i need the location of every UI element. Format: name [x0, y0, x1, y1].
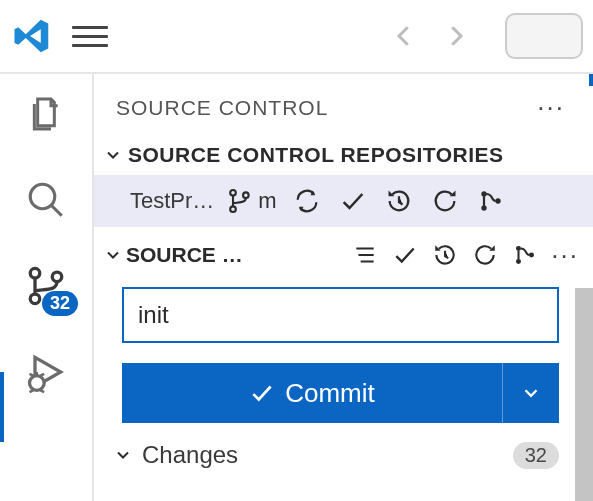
vscode-logo-icon: [10, 14, 54, 58]
refresh-icon[interactable]: [425, 181, 465, 221]
graph-icon[interactable]: [471, 181, 511, 221]
nav-forward-button[interactable]: [439, 19, 473, 53]
svg-point-8: [481, 191, 486, 196]
source-control-panel: SOURCE CONTROL ··· SOURCE CONTROL REPOSI…: [94, 74, 593, 501]
svg-point-0: [30, 184, 55, 209]
svg-point-11: [516, 246, 521, 251]
branch-icon[interactable]: [220, 181, 260, 221]
explorer-activity[interactable]: [22, 90, 70, 138]
active-indicator: [0, 372, 4, 442]
commit-area: Commit: [94, 283, 593, 423]
sc-section-title: SOURCE …: [126, 243, 243, 267]
tree-view-icon[interactable]: [345, 235, 385, 275]
chevron-down-icon: [102, 144, 124, 166]
svg-point-6: [231, 206, 237, 212]
search-activity[interactable]: [22, 176, 70, 224]
scm-badge: 32: [42, 291, 78, 316]
sc-more-icon[interactable]: ···: [545, 240, 585, 271]
svg-point-5: [231, 190, 237, 196]
check-icon[interactable]: [385, 235, 425, 275]
svg-point-7: [243, 192, 249, 198]
refresh-icon[interactable]: [465, 235, 505, 275]
changes-section-header[interactable]: Changes 32: [94, 423, 593, 469]
repos-section-header[interactable]: SOURCE CONTROL REPOSITORIES: [94, 135, 593, 175]
commit-dropdown-button[interactable]: [503, 363, 559, 423]
panel-title: SOURCE CONTROL: [116, 96, 531, 120]
chevron-down-icon: [102, 244, 124, 266]
command-center-search[interactable]: [505, 13, 583, 59]
history-icon[interactable]: [379, 181, 419, 221]
svg-point-2: [30, 294, 40, 304]
panel-more-icon[interactable]: ···: [531, 92, 571, 123]
run-debug-activity[interactable]: [22, 348, 70, 396]
sync-icon[interactable]: [287, 181, 327, 221]
source-control-activity[interactable]: 32: [22, 262, 70, 310]
panel-scrollbar[interactable]: [575, 288, 593, 501]
svg-point-12: [516, 259, 521, 264]
chevron-down-icon: [112, 444, 134, 466]
sc-section-header[interactable]: SOURCE … ···: [94, 227, 593, 283]
panel-header: SOURCE CONTROL ···: [94, 74, 593, 135]
nav-back-button[interactable]: [387, 19, 421, 53]
branch-label: m: [258, 188, 276, 214]
activity-bar: 32: [0, 74, 94, 501]
graph-icon[interactable]: [505, 235, 545, 275]
svg-point-13: [529, 253, 534, 258]
repos-section-title: SOURCE CONTROL REPOSITORIES: [128, 143, 504, 167]
svg-point-9: [481, 205, 486, 210]
commit-button-label: Commit: [285, 378, 375, 409]
changes-label: Changes: [142, 441, 505, 469]
check-icon[interactable]: [333, 181, 373, 221]
repo-name: TestPr…: [130, 188, 214, 214]
history-icon[interactable]: [425, 235, 465, 275]
svg-point-10: [495, 198, 500, 203]
menu-hamburger-icon[interactable]: [72, 18, 108, 54]
commit-message-input[interactable]: [122, 287, 559, 343]
changes-count-badge: 32: [513, 442, 559, 469]
svg-point-4: [30, 376, 45, 391]
svg-point-1: [30, 268, 40, 278]
title-bar: [0, 0, 593, 74]
commit-button[interactable]: Commit: [122, 363, 503, 423]
svg-point-3: [52, 272, 62, 282]
repo-row[interactable]: TestPr… m: [94, 175, 593, 227]
